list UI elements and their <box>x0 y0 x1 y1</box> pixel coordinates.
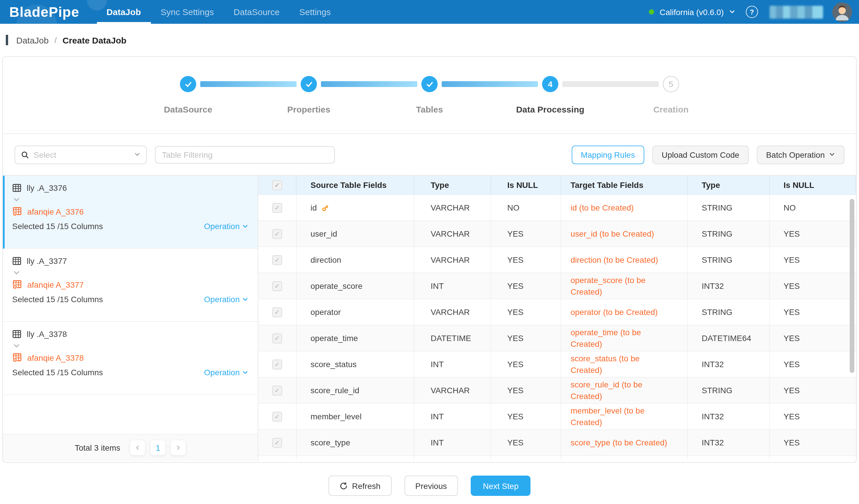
field-table-row: score_rule_id VARCHAR YES score_rule_id … <box>258 378 856 404</box>
upload-custom-code-button[interactable]: Upload Custom Code <box>652 145 749 164</box>
operation-link[interactable]: Operation <box>204 368 248 377</box>
header-source-type: Type <box>415 176 491 194</box>
nav-item-label: DataSource <box>233 7 280 17</box>
chevron-down-icon <box>242 296 248 302</box>
filter-type-select[interactable]: Select <box>15 145 147 164</box>
cell-source-null: YES <box>491 299 561 325</box>
table-list-item-3[interactable]: lly .A_3378 afanqie A_3378 Selected 15 /… <box>3 322 258 395</box>
source-field-name: user_id <box>311 229 337 238</box>
cell-target-type: DATETIME64 <box>688 325 770 351</box>
cell-source-field: user_id <box>297 221 415 247</box>
vertical-scrollbar[interactable] <box>850 199 854 373</box>
field-table-row: operator VARCHAR YES operator (to be Cre… <box>258 299 856 325</box>
refresh-button[interactable]: Refresh <box>328 476 391 496</box>
select-all-checkbox <box>272 180 282 190</box>
step-properties[interactable]: Properties <box>248 76 369 133</box>
step-label: DataSource <box>128 105 248 114</box>
cell-target-field: score_type (to be Created) <box>561 430 688 455</box>
cell-source-type: VARCHAR <box>415 221 491 247</box>
cell-source-field: score_rule_id <box>297 378 415 403</box>
next-step-button[interactable]: Next Step <box>471 476 531 496</box>
cell-target-type: STRING <box>688 221 770 247</box>
step-number: 5 <box>663 76 679 92</box>
app: BladePipe DataJob Sync Settings DataSour… <box>0 0 859 504</box>
partial-row <box>258 456 856 461</box>
cell-target-field: operate_time (to be Created) <box>561 325 688 351</box>
page-number-button[interactable]: 1 <box>151 440 166 455</box>
cell-source-null: YES <box>491 378 561 403</box>
selected-columns-label: Selected 15 /15 Columns <box>12 368 103 377</box>
operation-link[interactable]: Operation <box>204 222 248 231</box>
cell-source-type: VARCHAR <box>415 299 491 325</box>
chevron-down-icon <box>242 369 248 376</box>
nav-item-datasource[interactable]: DataSource <box>224 0 289 24</box>
row-checkbox <box>272 203 282 212</box>
row-checkbox-cell <box>258 247 297 272</box>
cell-source-type: INT <box>415 404 491 429</box>
header-target-type: Type <box>688 176 770 194</box>
search-icon <box>21 151 29 159</box>
nav-item-sync-settings[interactable]: Sync Settings <box>151 0 224 24</box>
row-checkbox-cell <box>258 273 297 299</box>
cell-target-field: user_id (to be Created) <box>561 221 688 247</box>
help-icon[interactable]: ? <box>746 6 758 18</box>
source-field-name: operate_score <box>311 281 362 290</box>
cell-source-type: INT <box>415 273 491 299</box>
nav-item-label: Settings <box>299 7 331 17</box>
step-data-processing: 4 Data Processing <box>490 76 611 133</box>
cell-source-field: direction <box>297 247 415 272</box>
row-checkbox <box>272 255 282 265</box>
field-table-header: Source Table Fields Type Is NULL Target … <box>258 176 856 195</box>
cell-source-field: operate_score <box>297 273 415 299</box>
cell-source-null: YES <box>491 273 561 299</box>
table-list-item-2[interactable]: lly .A_3377 afanqie A_3377 Selected 15 /… <box>3 249 258 322</box>
cell-source-null: YES <box>491 430 561 455</box>
next-page-button[interactable] <box>171 440 186 455</box>
cell-target-field: score_rule_id (to be Created) <box>561 378 688 403</box>
target-table-create-icon <box>12 206 22 216</box>
step-creation: 5 Creation <box>611 76 731 133</box>
cell-target-field: id (to be Created) <box>561 195 688 220</box>
operation-link[interactable]: Operation <box>204 295 248 304</box>
cell-target-field: member_level (to be Created) <box>561 404 688 429</box>
row-checkbox-cell <box>258 378 297 403</box>
field-table-row: direction VARCHAR YES direction (to be C… <box>258 247 856 273</box>
batch-operation-button[interactable]: Batch Operation <box>757 145 844 164</box>
cell-source-field: member_level <box>297 404 415 429</box>
help-glyph: ? <box>750 8 754 16</box>
prev-page-button[interactable] <box>130 440 146 455</box>
cell-target-null: YES <box>770 247 856 272</box>
nav-item-datajob[interactable]: DataJob <box>97 0 151 24</box>
row-checkbox <box>272 281 282 291</box>
source-field-name: score_rule_id <box>311 386 359 395</box>
cell-target-null: YES <box>770 325 856 351</box>
cell-source-field: operate_time <box>297 325 415 351</box>
previous-button[interactable]: Previous <box>404 476 458 496</box>
row-checkbox <box>272 359 282 369</box>
field-table-row: score_status INT YES score_status (to be… <box>258 351 856 378</box>
region-selector[interactable]: California (v0.6.0) <box>660 7 735 17</box>
button-label: Batch Operation <box>766 150 825 159</box>
logo[interactable]: BladePipe <box>0 0 79 24</box>
mapping-rules-button[interactable]: Mapping Rules <box>571 145 644 164</box>
source-field-name: id <box>311 203 317 212</box>
step-tables[interactable]: Tables <box>369 76 490 133</box>
field-table-row: member_level INT YES member_level (to be… <box>258 404 856 430</box>
step-datasource[interactable]: DataSource <box>128 76 248 133</box>
step-label: Data Processing <box>490 105 611 114</box>
header-target-null: Is NULL <box>770 176 856 194</box>
cell-source-type: INT <box>415 430 491 455</box>
button-label: Previous <box>415 481 447 490</box>
cell-source-null: NO <box>491 195 561 220</box>
table-list-item-1[interactable]: lly .A_3376 afanqie A_3376 Selected 15 /… <box>3 176 258 249</box>
breadcrumb-parent[interactable]: DataJob <box>16 35 49 45</box>
field-table-row: id VARCHAR NO id (to be Created) STRING … <box>258 195 856 221</box>
step-label: Creation <box>611 105 731 114</box>
cell-target-null: YES <box>770 221 856 247</box>
avatar[interactable] <box>832 2 852 22</box>
nav-item-settings[interactable]: Settings <box>289 0 341 24</box>
page-title: Create DataJob <box>63 35 126 45</box>
cell-source-type: VARCHAR <box>415 378 491 403</box>
table-filtering-input[interactable] <box>155 146 335 163</box>
field-table-row: operate_score INT YES operate_score (to … <box>258 273 856 299</box>
